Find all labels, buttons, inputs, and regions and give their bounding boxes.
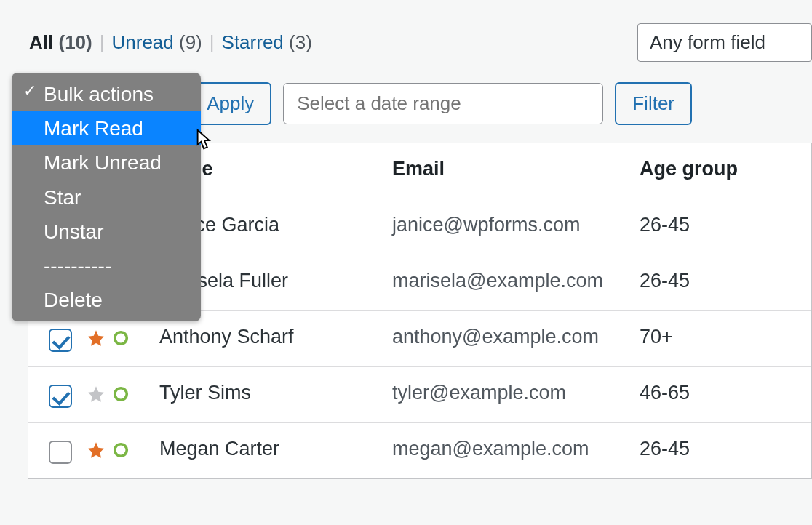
dropdown-item-mark-unread[interactable]: Mark Unread [12,145,201,180]
dropdown-item-star[interactable]: Star [12,180,201,215]
search-field-select[interactable] [637,23,812,62]
svg-point-3 [115,388,127,401]
filter-starred-label: Starred [222,31,284,53]
dropdown-item-unstar[interactable]: Unstar [12,215,201,249]
row-checkbox[interactable] [49,329,72,352]
filter-unread[interactable]: Unread (9) [111,31,202,54]
row-checkbox[interactable] [49,385,72,408]
dropdown-item-delete[interactable]: Delete [12,283,201,317]
cell-name[interactable]: Anthony Scharf [159,326,392,348]
bulk-actions-dropdown: Bulk actions Mark Read Mark Unread Star … [12,73,201,321]
unread-indicator-icon[interactable] [113,386,129,402]
cell-email: janice@wpforms.com [392,214,640,236]
filter-unread-count: (9) [179,31,202,53]
cell-age: 26-45 [640,438,811,460]
unread-indicator-icon[interactable] [113,330,129,346]
table-row: Tyler Sims tyler@example.com 46-65 [28,367,811,423]
date-range-input[interactable] [283,83,603,124]
apply-button[interactable]: Apply [189,82,271,125]
filter-separator: | [210,31,215,54]
dropdown-item-mark-read[interactable]: Mark Read [12,111,201,145]
star-icon[interactable] [87,385,106,404]
cell-age: 26-45 [640,270,811,292]
column-header-email[interactable]: Email [392,158,640,180]
cell-email: anthony@example.com [392,326,640,348]
filter-all-count: (10) [58,31,92,53]
dropdown-separator: ---------- [12,249,201,283]
cell-age: 26-45 [640,214,811,236]
filter-starred-count: (3) [289,31,312,53]
column-header-age[interactable]: Age group [640,158,811,180]
star-icon[interactable] [87,329,106,348]
unread-indicator-icon[interactable] [113,442,129,458]
filter-unread-label: Unread [111,31,173,53]
cursor-pointer-icon [194,128,215,153]
dropdown-item-bulk-actions[interactable]: Bulk actions [12,77,201,111]
star-icon[interactable] [87,441,106,460]
cell-name[interactable]: Tyler Sims [159,382,392,404]
cell-email: tyler@example.com [392,382,640,404]
filter-all-label: All [29,31,53,53]
filter-all[interactable]: All (10) [29,31,92,54]
cell-age: 70+ [640,326,811,348]
cell-email: marisela@example.com [392,270,640,292]
table-row: Megan Carter megan@example.com 26-45 [28,423,811,478]
filter-starred[interactable]: Starred (3) [222,31,312,54]
cell-email: megan@example.com [392,438,640,460]
svg-point-4 [115,444,127,457]
cell-name[interactable]: Megan Carter [159,438,392,460]
filter-separator: | [100,31,105,54]
svg-point-2 [115,332,127,345]
row-checkbox[interactable] [49,441,72,464]
cell-age: 46-65 [640,382,811,404]
filter-button[interactable]: Filter [615,82,692,125]
